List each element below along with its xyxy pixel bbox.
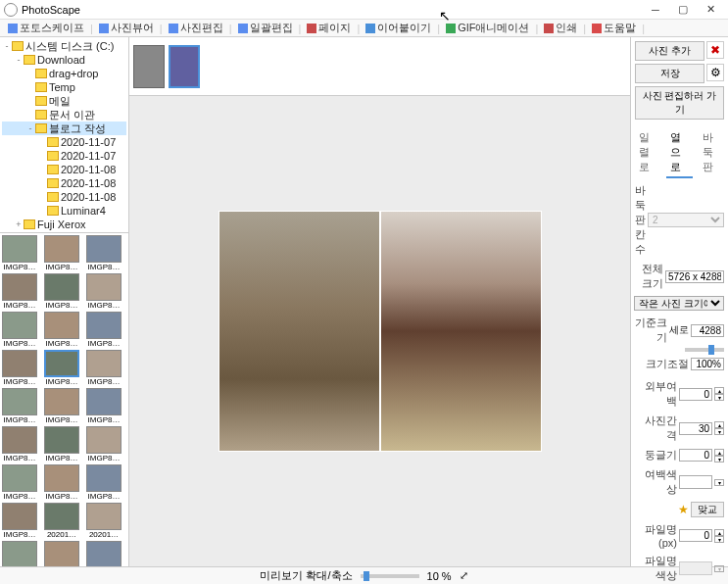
- bg-color-swatch[interactable]: [679, 475, 712, 489]
- thumbnail-image: [2, 350, 37, 377]
- fit-icon[interactable]: ⤢: [460, 569, 468, 582]
- toolbar-사진편집[interactable]: 사진편집: [165, 21, 227, 35]
- base-size-input[interactable]: [691, 324, 724, 337]
- toolbar-포토스케이프[interactable]: 포토스케이프: [4, 21, 88, 35]
- thumbnail[interactable]: 20201…: [44, 541, 79, 566]
- thumbnail[interactable]: IMGP8…: [2, 350, 37, 386]
- switch-button[interactable]: 맞교: [691, 502, 724, 517]
- thumbnail[interactable]: IMGP8…: [44, 273, 79, 310]
- thumbnail[interactable]: 20201…: [44, 503, 79, 539]
- file-name-spinner[interactable]: ▴▾: [714, 529, 724, 543]
- right-options-panel: 사진 추가 ✖ 저장 ⚙ 사진 편집하러 가기 일렬로열으로바둑판 바둑판 칸 …: [630, 37, 728, 566]
- thumbnail[interactable]: 20201…: [86, 541, 121, 566]
- tree-expand-icon[interactable]: -: [2, 41, 12, 51]
- toolbar-페이지[interactable]: 페이지: [303, 21, 355, 35]
- toolbar-이어붙이기[interactable]: 이어붙이기: [362, 21, 435, 35]
- fit-mode-select[interactable]: 작은 사진 크기에 맞춤: [634, 296, 724, 311]
- strip-thumb[interactable]: [169, 45, 200, 88]
- tree-label: Fuji Xerox: [37, 219, 86, 230]
- preview-zoom-label: 미리보기 확대/축소: [260, 568, 352, 583]
- tree-row[interactable]: Luminar4: [2, 204, 126, 218]
- tree-row[interactable]: drag+drop: [2, 67, 126, 80]
- file-name-color-swatch: [679, 561, 712, 575]
- toolbar-일괄편집[interactable]: 일괄편집: [234, 21, 297, 35]
- thumbnail[interactable]: IMGP8…: [44, 312, 79, 348]
- thumbnail[interactable]: IMGP8…: [86, 273, 121, 310]
- thumbnail[interactable]: IMGP8…: [44, 426, 79, 462]
- outer-margin-input[interactable]: [679, 388, 712, 401]
- thumbnail-image: [44, 503, 79, 530]
- collage-image-1: [218, 211, 380, 452]
- photo-gap-spinner[interactable]: ▴▾: [714, 421, 724, 435]
- thumbnail[interactable]: IMGP8…: [2, 388, 37, 424]
- tab-열으로[interactable]: 열으로: [666, 128, 692, 178]
- tab-일렬로[interactable]: 일렬로: [635, 128, 660, 178]
- tree-row[interactable]: 문서 이관: [2, 108, 126, 122]
- zoom-slider[interactable]: [361, 574, 419, 578]
- thumbnail[interactable]: IMGP8…: [44, 464, 79, 501]
- base-size-slider[interactable]: [685, 348, 724, 352]
- thumbnail[interactable]: IMGP8…: [2, 464, 37, 501]
- add-photo-button[interactable]: 사진 추가: [635, 41, 704, 61]
- tab-바둑판[interactable]: 바둑판: [699, 128, 724, 178]
- tree-row[interactable]: 메일: [2, 94, 126, 108]
- toolbar-인쇄[interactable]: 인쇄: [540, 21, 581, 35]
- thumbnail[interactable]: IMGP8…: [86, 388, 121, 424]
- tree-row[interactable]: 2020-11-08: [2, 190, 126, 204]
- close-button[interactable]: ✕: [697, 1, 724, 19]
- goto-editor-button[interactable]: 사진 편집하러 가기: [635, 86, 724, 120]
- thumbnail[interactable]: IMGP8…: [44, 388, 79, 424]
- tree-row[interactable]: 2020-11-07: [2, 135, 126, 149]
- thumbnail-caption: IMGP8…: [2, 492, 37, 501]
- file-name-input[interactable]: [679, 529, 712, 542]
- thumbnail[interactable]: IMGP8…: [2, 312, 37, 348]
- thumbnail[interactable]: IMGP8…: [86, 350, 121, 386]
- thumbnail-panel[interactable]: IMGP8…IMGP8…IMGP8…IMGP8…IMGP8…IMGP8…IMGP…: [0, 233, 128, 566]
- tree-row[interactable]: -블로그 작성: [2, 122, 126, 135]
- thumbnail[interactable]: IMGP8…: [2, 426, 37, 462]
- bg-color-dropdown-icon[interactable]: ▾: [714, 479, 724, 486]
- tree-row[interactable]: 2020-11-08: [2, 176, 126, 190]
- size-adjust-input[interactable]: [691, 358, 724, 370]
- photo-gap-input[interactable]: [679, 422, 712, 435]
- toolbar-label: 도움말: [604, 21, 636, 35]
- maximize-button[interactable]: ▢: [669, 1, 697, 19]
- round-input[interactable]: [679, 449, 712, 462]
- thumbnail[interactable]: 20201…: [2, 541, 37, 566]
- selected-strip[interactable]: [129, 37, 630, 96]
- tree-expand-icon[interactable]: -: [14, 55, 24, 65]
- tree-row[interactable]: -Download: [2, 53, 126, 67]
- thumbnail[interactable]: IMGP8…: [86, 464, 121, 501]
- tree-row[interactable]: 2020-11-08: [2, 163, 126, 176]
- folder-tree[interactable]: -시스템 디스크 (C:)-Downloaddrag+dropTemp메일문서 …: [0, 37, 128, 233]
- toolbar-사진뷰어[interactable]: 사진뷰어: [95, 21, 158, 35]
- thumbnail[interactable]: IMGP8…: [86, 312, 121, 348]
- thumbnail[interactable]: IMGP8…: [2, 235, 37, 271]
- minimize-button[interactable]: ─: [642, 1, 669, 19]
- thumbnail[interactable]: IMGP8…: [2, 273, 37, 310]
- tree-expand-icon[interactable]: +: [14, 219, 24, 229]
- tile-count-label: 바둑판 칸 수: [635, 183, 646, 257]
- toolbar-도움말[interactable]: 도움말: [588, 21, 640, 35]
- thumbnail[interactable]: IMGP8…: [86, 235, 121, 271]
- round-spinner[interactable]: ▴▾: [714, 449, 724, 462]
- thumbnail[interactable]: IMGP8…: [44, 235, 79, 271]
- thumbnail[interactable]: 20201…: [86, 503, 121, 539]
- tree-row[interactable]: 2020-11-07: [2, 149, 126, 163]
- tree-row[interactable]: +Fuji Xerox: [2, 218, 126, 231]
- outer-margin-spinner[interactable]: ▴▾: [714, 387, 724, 401]
- tree-label: 2020-11-07: [61, 150, 116, 162]
- remove-icon[interactable]: ✖: [706, 41, 724, 59]
- settings-icon[interactable]: ⚙: [706, 64, 724, 81]
- thumbnail[interactable]: IMGP8…: [86, 426, 121, 462]
- toolbar-GIF애니메이션[interactable]: GIF애니메이션: [442, 21, 533, 35]
- tree-expand-icon[interactable]: -: [25, 123, 35, 133]
- tree-row[interactable]: Temp: [2, 80, 126, 94]
- save-button[interactable]: 저장: [635, 64, 704, 83]
- strip-thumb[interactable]: [133, 45, 165, 88]
- toolbar-label: 사진편집: [180, 21, 223, 35]
- thumbnail[interactable]: IMGP8…: [44, 350, 79, 386]
- thumbnail[interactable]: IMGP8…: [2, 503, 37, 539]
- tree-row[interactable]: -시스템 디스크 (C:): [2, 39, 126, 53]
- preview-canvas[interactable]: [129, 96, 630, 566]
